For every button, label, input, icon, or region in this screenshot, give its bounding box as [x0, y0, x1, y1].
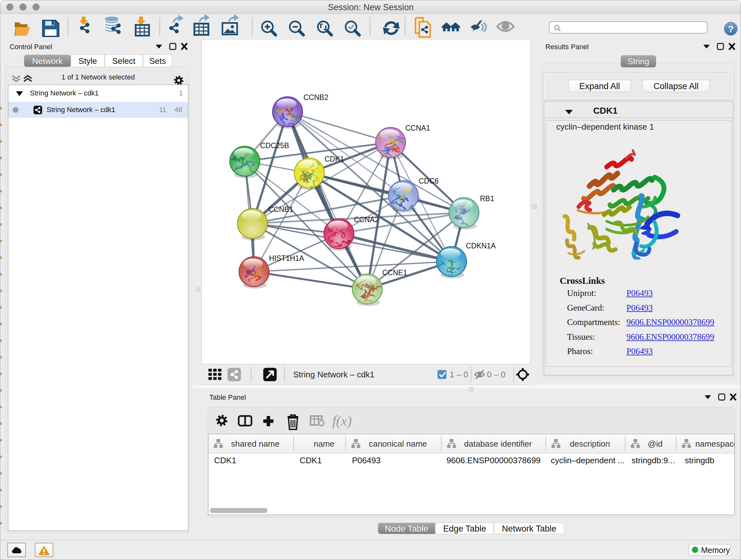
svg-text:CCNB1: CCNB1: [268, 205, 293, 213]
svg-text:CDKN1A: CDKN1A: [466, 242, 496, 250]
svg-text:shared name: shared name: [231, 439, 280, 449]
svg-text:description: description: [570, 439, 610, 449]
svg-text:String Network – cdk1: String Network – cdk1: [293, 370, 374, 379]
svg-text:CCNA1: CCNA1: [405, 124, 430, 132]
svg-text:CCNA2: CCNA2: [354, 215, 379, 224]
svg-text:name: name: [314, 439, 334, 449]
svg-text:CCNB2: CCNB2: [304, 93, 328, 102]
svg-text:RB1: RB1: [480, 194, 494, 203]
svg-text:CDK1: CDK1: [325, 155, 344, 163]
svg-text:namespace: namespace: [695, 439, 735, 449]
svg-text:canonical name: canonical name: [369, 439, 427, 449]
svg-text:CCNE1: CCNE1: [382, 268, 407, 277]
svg-text:1 – 0: 1 – 0: [450, 370, 468, 379]
svg-text:@id: @id: [648, 439, 663, 449]
svg-text:CDC25B: CDC25B: [260, 141, 289, 150]
svg-text:database identifier: database identifier: [464, 439, 532, 449]
svg-text:0 – 0: 0 – 0: [487, 370, 506, 379]
svg-text:CDC6: CDC6: [419, 177, 439, 185]
svg-text:f(x): f(x): [332, 413, 352, 429]
svg-text:HIST1H1A: HIST1H1A: [269, 254, 305, 262]
